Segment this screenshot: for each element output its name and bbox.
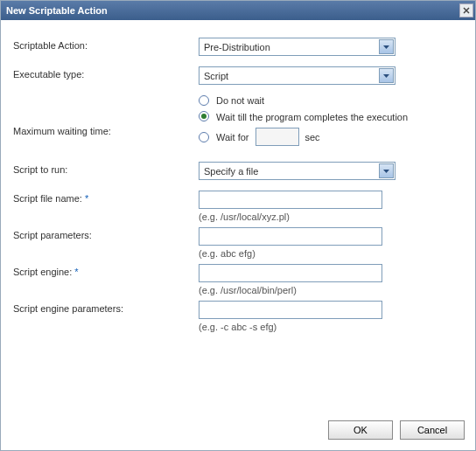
chevron-down-icon bbox=[379, 68, 394, 83]
dialog-title: New Scriptable Action bbox=[6, 5, 108, 16]
radio-do-not-wait[interactable]: Do not wait bbox=[199, 95, 465, 106]
input-script-engine-parameters[interactable] bbox=[199, 301, 382, 319]
radio-icon bbox=[199, 132, 209, 142]
close-icon bbox=[463, 7, 470, 14]
hint-script-engine-parameters: (e.g. -c abc -s efg) bbox=[199, 322, 465, 332]
input-script-parameters[interactable] bbox=[199, 227, 382, 246]
radio-icon bbox=[199, 95, 209, 106]
label-scriptable-action: Scriptable Action: bbox=[13, 38, 199, 51]
select-executable-type-value: Script bbox=[204, 71, 228, 81]
radio-label: Do not wait bbox=[216, 95, 264, 106]
dialog-new-scriptable-action: New Scriptable Action Scriptable Action:… bbox=[0, 0, 476, 451]
ok-button[interactable]: OK bbox=[328, 420, 393, 440]
label-executable-type: Executable type: bbox=[13, 66, 199, 80]
radio-wait-complete[interactable]: Wait till the program completes the exec… bbox=[199, 111, 465, 122]
hint-script-file-name: (e.g. /usr/local/xyz.pl) bbox=[199, 212, 465, 222]
chevron-down-icon bbox=[379, 163, 394, 178]
label-script-engine-parameters: Script engine parameters: bbox=[13, 301, 199, 314]
label-sec: sec bbox=[305, 132, 320, 142]
select-scriptable-action[interactable]: Pre-Distribution bbox=[199, 38, 396, 56]
radio-icon bbox=[199, 111, 209, 121]
select-scriptable-action-value: Pre-Distribution bbox=[204, 42, 270, 52]
select-executable-type[interactable]: Script bbox=[199, 66, 396, 85]
radio-label: Wait till the program completes the exec… bbox=[216, 111, 408, 122]
label-script-to-run: Script to run: bbox=[13, 162, 199, 175]
select-script-to-run[interactable]: Specify a file bbox=[199, 162, 396, 180]
hint-script-engine: (e.g. /usr/local/bin/perl) bbox=[199, 285, 465, 295]
dialog-footer: OK Cancel bbox=[328, 420, 465, 440]
radio-wait-for[interactable]: Wait for sec bbox=[199, 128, 465, 146]
cancel-button[interactable]: Cancel bbox=[400, 420, 465, 440]
close-button[interactable] bbox=[459, 3, 473, 17]
input-script-file-name[interactable] bbox=[199, 191, 382, 209]
chevron-down-icon bbox=[379, 39, 394, 54]
label-script-file-name: Script file name: * bbox=[13, 191, 199, 204]
radio-label: Wait for bbox=[216, 132, 249, 142]
input-script-engine[interactable] bbox=[199, 264, 382, 282]
select-script-to-run-value: Specify a file bbox=[204, 166, 258, 177]
label-max-wait: Maximum waiting time: bbox=[13, 105, 199, 136]
hint-script-parameters: (e.g. abc efg) bbox=[199, 248, 465, 259]
dialog-content: Scriptable Action: Pre-Distribution Exec… bbox=[1, 20, 475, 346]
input-wait-for-seconds[interactable] bbox=[256, 128, 299, 146]
label-script-parameters: Script parameters: bbox=[13, 227, 199, 240]
label-script-engine: Script engine: * bbox=[13, 264, 199, 277]
titlebar: New Scriptable Action bbox=[1, 1, 475, 20]
radio-group-wait: Do not wait Wait till the program comple… bbox=[199, 95, 465, 146]
